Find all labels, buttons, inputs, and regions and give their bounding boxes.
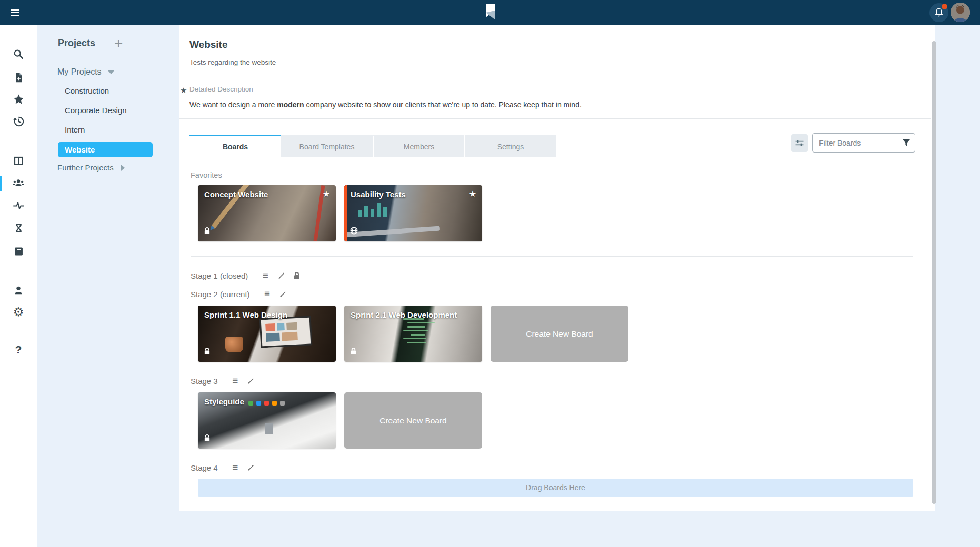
help-icon[interactable]: ?	[12, 343, 25, 356]
stage-menu-icon[interactable]: ≡	[263, 289, 272, 299]
stage-menu-icon[interactable]: ≡	[231, 463, 240, 472]
divider	[179, 76, 931, 76]
board-star-icon[interactable]: ★	[323, 189, 330, 199]
left-icon-rail: ⚙ ?	[0, 25, 37, 547]
sidebar-item-website-label: Website	[65, 145, 95, 154]
description-part: We want to design a more	[189, 100, 277, 109]
sidebar-item-construction[interactable]: Construction	[65, 86, 109, 95]
notification-badge	[942, 4, 947, 9]
archive-icon[interactable]	[12, 245, 25, 257]
team-icon[interactable]	[12, 177, 25, 189]
filter-boards-input[interactable]	[812, 133, 915, 153]
board-card-sprint-21-web-development[interactable]: Sprint 2.1 Web Development	[344, 306, 482, 362]
activity-pulse-icon[interactable]	[12, 199, 25, 211]
main-content-panel: Website Tests regarding the website Deta…	[179, 25, 935, 511]
board-title: Styleguide	[204, 397, 244, 406]
projects-sidebar: Projects + My Projects Construction ★ Co…	[37, 25, 179, 547]
detailed-description-label: Detailed Description	[189, 85, 925, 93]
create-new-board-button[interactable]: Create New Board	[344, 392, 482, 449]
projects-title: Projects	[58, 38, 95, 49]
favorites-board-row: Concept Website ★ Usability Tests ★	[198, 185, 925, 241]
stage-lock-icon[interactable]	[292, 271, 302, 280]
stage-expand-icon[interactable]	[276, 271, 286, 280]
hamburger-menu-icon[interactable]	[11, 7, 25, 18]
active-section-indicator	[0, 176, 2, 191]
chevron-down-icon	[108, 70, 114, 74]
divider	[179, 118, 931, 119]
app-logo[interactable]	[484, 3, 497, 22]
note-add-icon[interactable]	[12, 71, 25, 84]
board-card-concept-website[interactable]: Concept Website ★	[198, 185, 336, 241]
project-star-icon[interactable]: ★	[180, 86, 187, 95]
view-options-button[interactable]	[791, 134, 808, 152]
tune-icon	[794, 138, 805, 148]
settings-gear-icon[interactable]: ⚙	[12, 306, 25, 318]
stage-label: Stage 3	[191, 377, 218, 386]
stage-2-header: Stage 2 (current) ≡	[191, 289, 925, 299]
page-subtitle: Tests regarding the website	[189, 58, 925, 66]
stage-label: Stage 2 (current)	[191, 290, 250, 299]
further-projects-group[interactable]: Further Projects	[57, 163, 125, 172]
user-avatar[interactable]	[951, 3, 970, 22]
profile-person-icon[interactable]	[12, 284, 25, 297]
stage-4-header: Stage 4 ≡	[191, 463, 925, 472]
sidebar-item-website[interactable]: Website	[58, 142, 153, 157]
tab-members[interactable]: Members	[373, 135, 464, 157]
sidebar-item-corporate-design[interactable]: Corporate Design	[65, 106, 127, 115]
lock-icon	[204, 434, 211, 444]
add-project-button[interactable]: +	[114, 38, 123, 49]
stage-menu-icon[interactable]: ≡	[261, 271, 270, 280]
lock-icon	[350, 347, 357, 357]
lock-icon	[204, 227, 211, 237]
stage-1-header: Stage 1 (closed) ≡	[191, 271, 925, 280]
drag-boards-drop-zone[interactable]: Drag Boards Here	[198, 479, 913, 497]
board-card-styleguide[interactable]: Styleguide	[198, 392, 336, 449]
stage-collapse-icon[interactable]	[278, 289, 288, 299]
stage-label: Stage 1 (closed)	[191, 271, 248, 280]
further-projects-label: Further Projects	[57, 163, 114, 172]
app-logo-icon	[484, 3, 497, 22]
board-card-sprint-11-web-design[interactable]: Sprint 1.1 Web Design	[198, 306, 336, 362]
description-part: company website to show our clients that…	[304, 100, 582, 109]
notifications-button[interactable]	[929, 3, 948, 22]
search-icon[interactable]	[12, 48, 25, 60]
my-projects-group[interactable]: My Projects	[57, 67, 114, 77]
description-bold-word: modern	[277, 100, 304, 109]
globe-icon	[350, 227, 358, 237]
board-title: Sprint 1.1 Web Design	[204, 310, 287, 319]
stage-2-board-row: Sprint 1.1 Web Design Sprint 2.1 Web Dev…	[198, 306, 925, 362]
sidebar-item-intern[interactable]: Intern	[65, 125, 85, 134]
avatar-image	[951, 3, 970, 22]
board-card-usability-tests[interactable]: Usability Tests ★	[344, 185, 482, 241]
favorites-star-icon[interactable]	[12, 93, 25, 105]
divider	[191, 256, 913, 257]
vertical-scrollbar[interactable]	[932, 41, 936, 504]
stage-3-header: Stage 3 ≡	[191, 376, 925, 386]
history-icon[interactable]	[12, 115, 25, 127]
hourglass-icon[interactable]	[12, 221, 25, 234]
my-projects-label: My Projects	[57, 67, 102, 77]
board-title: Sprint 2.1 Web Development	[351, 310, 457, 319]
favorites-section-label: Favorites	[191, 171, 925, 179]
chevron-right-icon	[121, 165, 125, 171]
lock-icon	[204, 347, 211, 357]
top-app-bar	[0, 0, 980, 25]
stage-label: Stage 4	[191, 463, 218, 472]
stage-collapse-icon[interactable]	[246, 463, 256, 472]
stage-collapse-icon[interactable]	[246, 376, 256, 386]
filter-funnel-icon	[902, 139, 911, 147]
stage-menu-icon[interactable]: ≡	[231, 376, 240, 386]
page-title: Website	[189, 25, 925, 50]
boards-columns-icon[interactable]	[12, 154, 25, 167]
board-title: Concept Website	[204, 190, 268, 199]
detailed-description-text: We want to design a more modern company …	[189, 100, 925, 109]
tab-bar: Boards Board Templates Members Settings	[189, 135, 925, 157]
board-accent-stripe	[344, 185, 347, 241]
stage-3-board-row: Styleguide Create New Board	[198, 392, 925, 449]
tab-board-templates[interactable]: Board Templates	[281, 135, 373, 157]
board-title: Usability Tests	[351, 190, 406, 199]
tab-boards[interactable]: Boards	[189, 135, 281, 157]
create-new-board-button[interactable]: Create New Board	[491, 306, 628, 362]
board-star-icon[interactable]: ★	[469, 189, 476, 199]
tab-settings[interactable]: Settings	[464, 135, 556, 157]
